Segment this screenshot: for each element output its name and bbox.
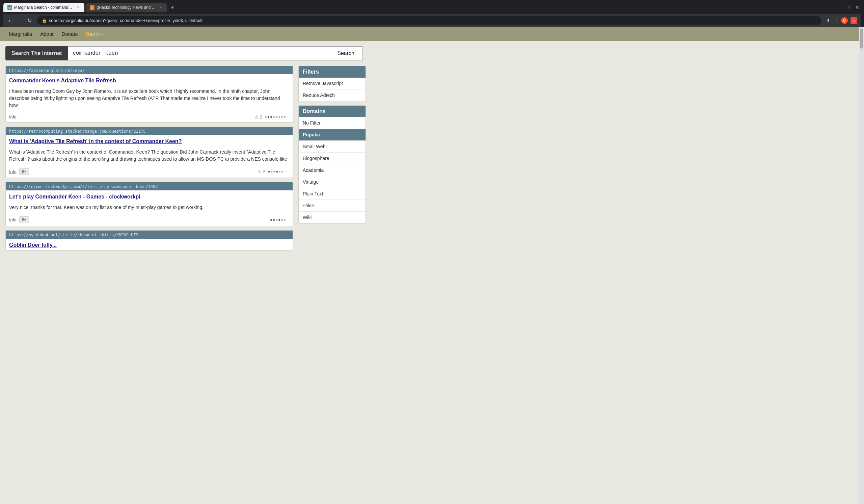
search-section: Search The Internet Search: [0, 41, 371, 66]
dot: [270, 116, 272, 118]
warning-score-2: ⚠ 2: [257, 169, 265, 174]
close-button[interactable]: ✕: [855, 5, 859, 10]
domains-section: Domains No Filter Popular Small Web Blog…: [298, 105, 366, 224]
dot: [281, 171, 283, 172]
dot: [273, 219, 275, 221]
dot: [270, 219, 272, 221]
result-url-1[interactable]: https://fabiensanglard.net/ega/: [9, 68, 85, 73]
tab-bar: M Marginalia Search - commander... ✕ g g…: [3, 3, 861, 12]
nav-marginalia[interactable]: Marginalia: [5, 30, 35, 38]
scrollbar[interactable]: [859, 27, 864, 504]
domains-header: Domains: [299, 106, 365, 117]
domain-academia[interactable]: Academia: [299, 164, 365, 176]
tab-active[interactable]: M Marginalia Search - commander... ✕: [3, 3, 84, 12]
reload-button[interactable]: ↻: [25, 16, 34, 24]
badge-2[interactable]: 8+: [19, 168, 29, 175]
result-snippet-1: I have been reading Doom Guy by John Rom…: [6, 86, 292, 112]
result-meta-3: ·: [270, 217, 289, 222]
score-dots-3: [270, 219, 286, 221]
score-dots-1: [265, 116, 286, 118]
dot: [273, 171, 275, 172]
svg-text:M: M: [9, 6, 11, 10]
result-meta-1: ⚠ 2 ·: [254, 115, 289, 120]
info-link-2[interactable]: Info: [9, 169, 16, 174]
warning-score-1: ⚠ 2: [254, 115, 262, 120]
tab-inactive[interactable]: g gHacks Technology News and Advice ✕: [86, 3, 167, 12]
result-snippet-2: What is 'Adaptive Tile Refresh' in the c…: [6, 146, 292, 166]
result-url-bar-4: https://ny.duke4.net/strife/chasm_of_chi…: [6, 230, 292, 239]
nav-about[interactable]: About: [37, 30, 57, 38]
result-url-3[interactable]: https://forum.clockworkpi.com/t/lets-pla…: [9, 184, 158, 189]
address-field[interactable]: 🔒 search.marginalia.nu/search?query=comm…: [37, 16, 822, 25]
results-column: https://fabiensanglard.net/ega/ Commande…: [5, 66, 293, 254]
tab-favicon-2: g: [90, 5, 95, 10]
result-footer-1: Info ⚠ 2 ·: [6, 112, 292, 122]
result-title-1[interactable]: Commander Keen's Adaptive Tile Refresh: [6, 74, 292, 86]
result-card: https://retrocomputing.stackexchange.com…: [5, 127, 293, 178]
window-controls: — □ ✕: [837, 5, 861, 10]
result-card: https://ny.duke4.net/strife/chasm_of_chi…: [5, 230, 293, 251]
result-url-bar-2: https://retrocomputing.stackexchange.com…: [6, 127, 292, 135]
score-dots-2: [268, 171, 283, 172]
forward-button[interactable]: ›: [16, 17, 22, 24]
dot: [278, 219, 280, 221]
nav-random[interactable]: Random: [83, 30, 110, 38]
search-button[interactable]: Search: [329, 46, 363, 60]
domain-tilde[interactable]: ~tilde: [299, 200, 365, 212]
result-footer-3: Info 8+ ·: [6, 214, 292, 226]
result-card: https://forum.clockworkpi.com/t/lets-pla…: [5, 182, 293, 226]
tab-close-2[interactable]: ✕: [159, 5, 163, 10]
main-layout: https://fabiensanglard.net/ega/ Commande…: [0, 66, 371, 260]
search-input[interactable]: [68, 46, 329, 60]
nav-donate[interactable]: Donate: [58, 30, 81, 38]
maximize-button[interactable]: □: [847, 5, 850, 10]
dot: [271, 171, 272, 172]
domain-vintage[interactable]: Vintage: [299, 176, 365, 188]
result-footer-2: Info 8+ ⚠ 2 · ·: [6, 166, 292, 178]
browser-actions: ⬆ | B ⚠: [825, 16, 857, 25]
result-title-4[interactable]: Goblin Doer fully...: [6, 239, 292, 250]
info-link-3[interactable]: Info: [9, 217, 16, 223]
tab-close-1[interactable]: ✕: [76, 5, 80, 10]
page-wrapper: Marginalia About Donate Random Search Th…: [0, 27, 864, 504]
new-tab-button[interactable]: +: [168, 3, 177, 12]
scrollbar-thumb[interactable]: [860, 28, 863, 49]
result-url-bar-3: https://forum.clockworkpi.com/t/lets-pla…: [6, 182, 292, 190]
info-link-1[interactable]: Info: [9, 115, 16, 120]
result-title-2[interactable]: What is 'Adaptive Tile Refresh' in the c…: [6, 135, 292, 146]
search-label: Search The Internet: [5, 46, 68, 60]
result-snippet-3: Very nice, thanks for that. Keen was on …: [6, 202, 292, 214]
domain-no-filter[interactable]: No Filter: [299, 117, 365, 129]
dot: [276, 116, 277, 118]
filters-section: Filters Remove Javascript Reduce Adtech: [298, 66, 366, 101]
dot: [276, 171, 278, 172]
result-url-2[interactable]: https://retrocomputing.stackexchange.com…: [9, 129, 146, 134]
dot: [278, 116, 280, 118]
secure-icon: 🔒: [42, 18, 47, 23]
filter-reduce-adtech[interactable]: Reduce Adtech: [299, 89, 365, 101]
svg-text:g: g: [91, 6, 93, 10]
dot: [276, 219, 277, 221]
result-title-3[interactable]: Let's play Commander Keen - Games - cloc…: [6, 190, 292, 202]
dot: [284, 116, 286, 118]
dot: [268, 116, 269, 118]
domain-small-web[interactable]: Small Web: [299, 141, 365, 153]
result-url-4[interactable]: https://ny.duke4.net/strife/chasm_of_chi…: [9, 232, 139, 237]
filter-remove-js[interactable]: Remove Javascript: [299, 77, 365, 89]
domain-plain-text[interactable]: Plain Text: [299, 188, 365, 200]
back-button[interactable]: ‹: [7, 17, 12, 24]
shield-icon[interactable]: ⚠: [851, 17, 857, 24]
tab-favicon-1: M: [8, 5, 12, 10]
nav-bar: Marginalia About Donate Random: [0, 27, 864, 41]
dot: [281, 116, 283, 118]
badge-3[interactable]: 8+: [19, 216, 29, 223]
domain-blogosphere[interactable]: Blogosphere: [299, 153, 365, 164]
dot: [279, 171, 280, 172]
share-icon[interactable]: ⬆: [825, 16, 832, 25]
domain-wiki[interactable]: Wiki: [299, 212, 365, 223]
minimize-button[interactable]: —: [837, 5, 842, 10]
filters-header: Filters: [299, 66, 365, 77]
brave-icon[interactable]: B: [841, 17, 848, 24]
domain-popular[interactable]: Popular: [299, 129, 365, 141]
result-card: https://fabiensanglard.net/ega/ Commande…: [5, 66, 293, 122]
